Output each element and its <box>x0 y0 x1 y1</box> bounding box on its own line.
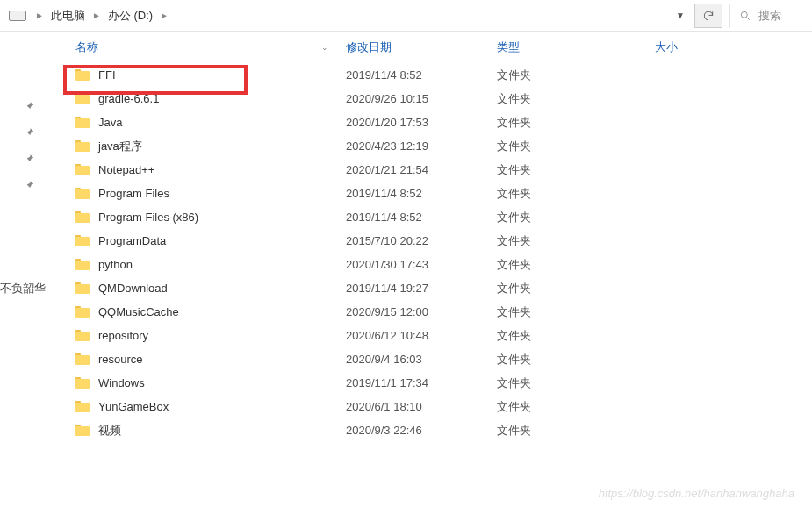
table-row[interactable]: ProgramData2015/7/10 20:22文件夹 <box>75 229 812 253</box>
cell-type: 文件夹 <box>497 233 655 249</box>
table-row[interactable]: Program Files2019/11/4 8:52文件夹 <box>75 182 812 205</box>
table-row[interactable]: java程序2020/4/23 12:19文件夹 <box>75 134 812 158</box>
folder-icon <box>75 401 91 413</box>
cell-date: 2020/9/15 12:00 <box>346 305 497 318</box>
file-name: Program Files (x86) <box>98 211 198 224</box>
table-row[interactable]: QQMusicCache2020/9/15 12:00文件夹 <box>75 300 812 324</box>
table-row[interactable]: python2020/1/30 17:43文件夹 <box>75 253 812 276</box>
column-header-name[interactable]: 名称 ⌄ <box>75 39 346 55</box>
cell-name: QMDownload <box>75 282 346 295</box>
folder-icon <box>75 93 91 105</box>
breadcrumb-item[interactable]: 办公 (D:) <box>104 8 156 24</box>
sidebar <box>0 32 51 507</box>
chevron-right-icon[interactable]: ► <box>89 11 104 20</box>
table-row[interactable]: Windows2019/11/1 17:34文件夹 <box>75 371 812 395</box>
cell-name: FFI <box>75 68 346 82</box>
cell-type: 文件夹 <box>497 328 655 344</box>
svg-point-0 <box>741 11 747 18</box>
search-placeholder: 搜索 <box>758 8 781 24</box>
cell-date: 2020/1/20 17:53 <box>346 116 497 129</box>
drive-icon <box>9 10 26 22</box>
pin-icon[interactable] <box>23 126 35 139</box>
cell-name: Java <box>75 116 346 129</box>
column-label: 名称 <box>75 39 98 55</box>
folder-icon <box>75 69 91 82</box>
file-name: gradle-6.6.1 <box>98 92 159 105</box>
side-watermark-text: 不负韶华 <box>0 281 46 296</box>
table-row[interactable]: Program Files (x86)2019/11/4 8:52文件夹 <box>75 205 812 229</box>
column-header-size[interactable]: 大小 <box>655 39 812 55</box>
breadcrumb-item[interactable]: 此电脑 <box>47 8 89 24</box>
cell-type: 文件夹 <box>497 257 655 273</box>
cell-type: 文件夹 <box>497 423 655 439</box>
cell-type: 文件夹 <box>497 352 655 368</box>
cell-type: 文件夹 <box>497 139 655 154</box>
refresh-button[interactable] <box>694 4 722 28</box>
cell-type: 文件夹 <box>497 186 655 202</box>
cell-name: Windows <box>75 376 346 389</box>
cell-date: 2015/7/10 20:22 <box>346 234 497 247</box>
folder-icon <box>75 330 91 342</box>
sort-indicator-icon: ⌄ <box>321 43 328 52</box>
refresh-icon <box>702 10 715 22</box>
folder-icon <box>75 140 91 153</box>
cell-date: 2020/4/23 12:19 <box>346 139 497 153</box>
chevron-right-icon[interactable]: ► <box>32 11 47 20</box>
table-row[interactable]: Java2020/1/20 17:53文件夹 <box>75 111 812 134</box>
cell-name: java程序 <box>75 139 346 154</box>
folder-icon <box>75 117 91 129</box>
address-dropdown[interactable]: ▼ <box>668 4 693 28</box>
table-row[interactable]: Notepad++2020/1/21 21:54文件夹 <box>75 158 812 182</box>
cell-date: 2020/9/4 16:03 <box>346 353 497 366</box>
pin-icon[interactable] <box>23 179 35 191</box>
file-name: python <box>98 258 133 271</box>
chevron-right-icon[interactable]: ► <box>156 11 172 20</box>
table-row[interactable]: QMDownload2019/11/4 19:27文件夹 <box>75 276 812 300</box>
column-headers: 名称 ⌄ 修改日期 类型 大小 <box>51 32 812 63</box>
cell-name: Program Files (x86) <box>75 211 346 224</box>
cell-date: 2020/9/3 22:46 <box>346 424 497 437</box>
column-header-date[interactable]: 修改日期 <box>346 39 497 55</box>
folder-icon <box>75 425 91 437</box>
file-name: QQMusicCache <box>98 305 179 318</box>
cell-date: 2019/11/1 17:34 <box>346 376 497 389</box>
cell-type: 文件夹 <box>497 375 655 391</box>
table-row[interactable]: resource2020/9/4 16:03文件夹 <box>75 347 812 371</box>
cell-date: 2020/1/30 17:43 <box>346 258 497 271</box>
cell-type: 文件夹 <box>497 91 655 107</box>
cell-name: python <box>75 258 346 271</box>
search-input[interactable]: 搜索 <box>729 4 808 28</box>
table-row[interactable]: 视频2020/9/3 22:46文件夹 <box>75 418 812 442</box>
cell-date: 2020/9/26 10:15 <box>346 92 497 105</box>
folder-icon <box>75 211 91 224</box>
pin-icon[interactable] <box>23 153 35 165</box>
cell-date: 2020/6/1 18:10 <box>346 400 497 413</box>
folder-icon <box>75 353 91 366</box>
cell-date: 2019/11/4 19:27 <box>346 282 497 295</box>
table-row[interactable]: FFI2019/11/4 8:52文件夹 <box>75 63 812 87</box>
cell-date: 2019/11/4 8:52 <box>346 68 497 82</box>
cell-date: 2020/1/21 21:54 <box>346 163 497 176</box>
file-name: java程序 <box>98 139 142 154</box>
table-row[interactable]: gradle-6.6.12020/9/26 10:15文件夹 <box>75 87 812 111</box>
file-pane: 名称 ⌄ 修改日期 类型 大小 FFI2019/11/4 8:52文件夹grad… <box>51 32 812 507</box>
pin-icon[interactable] <box>23 100 35 112</box>
cell-date: 2019/11/4 8:52 <box>346 187 497 200</box>
folder-icon <box>75 377 91 389</box>
main-area: 不负韶华 名称 ⌄ 修改日期 类型 大小 FFI2019/11/4 8:52文件… <box>0 32 812 507</box>
cell-name: gradle-6.6.1 <box>75 92 346 105</box>
cell-name: Notepad++ <box>75 163 346 176</box>
cell-name: YunGameBox <box>75 400 346 413</box>
file-name: 视频 <box>98 423 121 439</box>
file-name: resource <box>98 353 143 366</box>
table-row[interactable]: YunGameBox2020/6/1 18:10文件夹 <box>75 395 812 418</box>
cell-name: QQMusicCache <box>75 305 346 318</box>
file-name: QMDownload <box>98 282 168 295</box>
column-header-type[interactable]: 类型 <box>497 39 655 55</box>
folder-icon <box>75 306 91 318</box>
cell-type: 文件夹 <box>497 68 655 83</box>
file-name: Windows <box>98 376 145 389</box>
file-name: repository <box>98 329 148 342</box>
cell-name: 视频 <box>75 423 346 439</box>
table-row[interactable]: repository2020/6/12 10:48文件夹 <box>75 324 812 347</box>
